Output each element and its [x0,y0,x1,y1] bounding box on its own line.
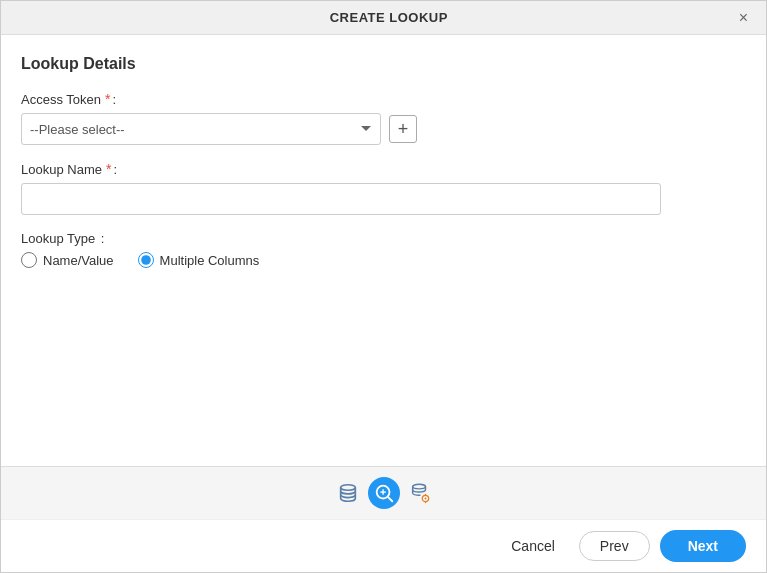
lookup-name-input[interactable] [21,183,661,215]
prev-button[interactable]: Prev [579,531,650,561]
access-token-select[interactable]: --Please select-- [21,113,381,145]
database-settings-icon [409,482,431,504]
radio-multiple-columns[interactable]: Multiple Columns [138,252,260,268]
search-database-icon-button[interactable] [368,477,400,509]
radio-name-value-label: Name/Value [43,253,114,268]
required-star-lookup-name: * [106,161,111,177]
close-button[interactable]: × [737,10,750,26]
lookup-type-group: Lookup Type : Name/Value Multiple Column… [21,231,746,268]
database-icon [337,482,359,504]
footer-icons-bar [1,466,766,519]
cancel-button[interactable]: Cancel [497,532,569,560]
access-token-label: Access Token * : [21,91,746,107]
lookup-name-label: Lookup Name * : [21,161,746,177]
section-title: Lookup Details [21,55,746,73]
dialog-header: CREATE LOOKUP × [1,1,766,35]
required-star-access-token: * [105,91,110,107]
lookup-type-radio-group: Name/Value Multiple Columns [21,252,746,268]
lookup-type-label: Lookup Type : [21,231,746,246]
database-settings-icon-button[interactable] [404,477,436,509]
radio-multiple-columns-label: Multiple Columns [160,253,260,268]
dialog-body: Lookup Details Access Token * : --Please… [1,35,766,466]
database-icon-button[interactable] [332,477,364,509]
svg-line-2 [388,497,392,501]
svg-point-0 [340,485,355,491]
footer-actions-bar: Cancel Prev Next [1,519,766,572]
svg-point-5 [412,484,425,489]
access-token-row: --Please select-- + [21,113,746,145]
radio-name-value[interactable]: Name/Value [21,252,114,268]
search-database-icon [373,482,395,504]
dialog-title: CREATE LOOKUP [41,10,737,25]
radio-multiple-columns-input[interactable] [138,252,154,268]
svg-point-7 [424,498,426,500]
access-token-group: Access Token * : --Please select-- + [21,91,746,145]
lookup-name-group: Lookup Name * : [21,161,746,215]
create-lookup-dialog: CREATE LOOKUP × Lookup Details Access To… [0,0,767,573]
next-button[interactable]: Next [660,530,746,562]
radio-name-value-input[interactable] [21,252,37,268]
add-access-token-button[interactable]: + [389,115,417,143]
